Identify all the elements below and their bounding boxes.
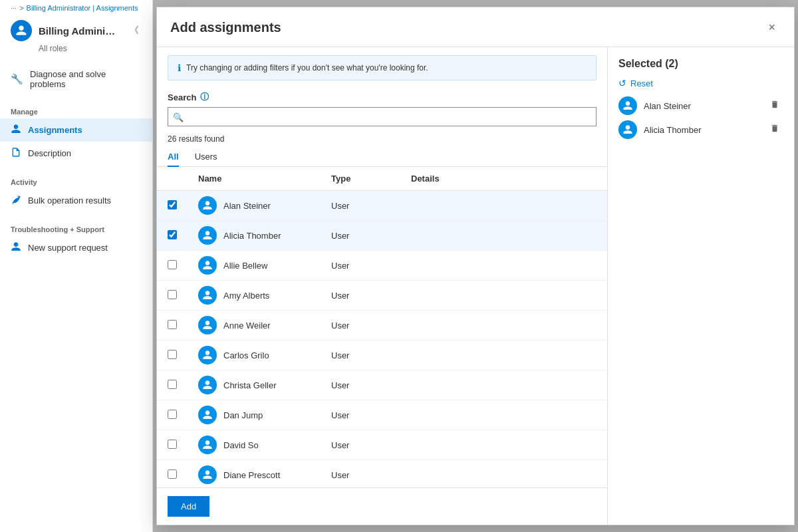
user-type: User — [331, 321, 349, 331]
breadcrumb-more[interactable]: ··· — [11, 4, 17, 12]
tab-users[interactable]: Users — [195, 146, 217, 167]
modal-left-panel: ℹ Try changing or adding filters if you … — [157, 47, 608, 525]
checkbox-cell — [157, 430, 188, 460]
name-cell: Christa Geller — [188, 370, 321, 400]
selected-user-name: Alicia Thomber — [644, 125, 759, 135]
table-row[interactable]: Christa Geller User — [157, 370, 607, 400]
name-cell: David So — [188, 430, 321, 460]
sidebar-item-bulk[interactable]: Bulk operation results — [0, 189, 152, 212]
support-icon — [11, 241, 21, 254]
table-row[interactable]: Amy Alberts User — [157, 281, 607, 311]
table-row[interactable]: Alicia Thomber User — [157, 221, 607, 251]
table-row[interactable]: Anne Weiler User — [157, 311, 607, 340]
checkbox-cell — [157, 340, 188, 370]
user-table: Name Type Details Alan Steiner — [157, 167, 607, 487]
user-type: User — [331, 410, 349, 420]
sidebar-item-label: Assignments — [28, 125, 82, 135]
troubleshooting-label: Troubleshooting + Support — [0, 223, 152, 236]
search-icon: 🔍 — [173, 112, 184, 122]
user-avatar — [198, 466, 217, 484]
user-name: Amy Alberts — [223, 291, 269, 301]
details-cell — [400, 251, 607, 281]
table-row[interactable]: Allie Bellew User — [157, 251, 607, 281]
modal-right-panel: Selected (2) ↺ Reset Alan Steiner Alicia — [608, 47, 794, 525]
th-name: Name — [188, 167, 321, 191]
sidebar-item-diagnose[interactable]: 🔧 Diagnose and solve problems — [0, 64, 152, 94]
details-cell — [400, 311, 607, 340]
modal-title: Add assignments — [170, 20, 281, 35]
th-checkbox — [157, 167, 188, 191]
checkbox-cell — [157, 191, 188, 221]
row-checkbox[interactable] — [168, 200, 177, 209]
activity-label: Activity — [0, 176, 152, 189]
selected-user-avatar — [618, 96, 637, 115]
table-row[interactable]: Diane Prescott User — [157, 460, 607, 488]
name-cell: Anne Weiler — [188, 311, 321, 340]
user-avatar — [198, 196, 217, 215]
name-cell: Allie Bellew — [188, 251, 321, 281]
search-info-icon[interactable]: ⓘ — [200, 91, 209, 103]
checkbox-cell — [157, 221, 188, 251]
type-cell: User — [321, 400, 400, 430]
user-icon — [11, 124, 21, 136]
row-checkbox[interactable] — [168, 380, 177, 389]
user-avatar — [198, 406, 217, 424]
user-type: User — [331, 470, 349, 480]
user-name: David So — [223, 440, 259, 450]
close-button[interactable]: × — [763, 18, 781, 37]
details-cell — [400, 400, 607, 430]
troubleshooting-section: Troubleshooting + Support New support re… — [0, 215, 152, 262]
row-checkbox[interactable] — [168, 290, 177, 299]
type-cell: User — [321, 221, 400, 251]
selected-list: Alan Steiner Alicia Thomber — [618, 96, 783, 139]
checkbox-cell — [157, 400, 188, 430]
type-cell: User — [321, 430, 400, 460]
row-checkbox[interactable] — [168, 230, 177, 239]
sidebar-item-label: Bulk operation results — [28, 196, 111, 205]
details-cell — [400, 430, 607, 460]
table-row[interactable]: David So User — [157, 430, 607, 460]
search-input[interactable] — [168, 107, 597, 126]
user-name: Carlos Grilo — [223, 350, 269, 360]
breadcrumb-link[interactable]: Billing Administrator | Assignments — [27, 4, 138, 12]
collapse-button[interactable]: 《 — [127, 22, 142, 39]
reset-button[interactable]: ↺ Reset — [618, 78, 653, 88]
details-cell — [400, 221, 607, 251]
table-row[interactable]: Alan Steiner User — [157, 191, 607, 221]
row-checkbox[interactable] — [168, 350, 177, 359]
row-checkbox[interactable] — [168, 469, 177, 479]
sidebar-item-assignments[interactable]: Assignments — [0, 118, 152, 142]
user-type: User — [331, 201, 349, 211]
user-name: Allie Bellew — [223, 261, 267, 271]
manage-section: Manage Assignments Description — [0, 97, 152, 168]
row-checkbox[interactable] — [168, 320, 177, 329]
activity-section: Activity Bulk operation results — [0, 168, 152, 215]
remove-selected-button[interactable] — [766, 98, 783, 113]
checkbox-cell — [157, 460, 188, 488]
row-checkbox[interactable] — [168, 410, 177, 419]
modal-body: ℹ Try changing or adding filters if you … — [157, 47, 794, 525]
remove-selected-button[interactable] — [766, 122, 783, 137]
user-avatar — [198, 376, 217, 394]
breadcrumb-separator: > — [19, 4, 23, 12]
user-type: User — [331, 350, 349, 360]
sidebar-item-support[interactable]: New support request — [0, 236, 152, 259]
th-details: Details — [400, 167, 607, 191]
selected-item: Alan Steiner — [618, 96, 783, 115]
sidebar-subtitle: All roles — [0, 44, 152, 59]
results-count: 26 results found — [157, 132, 607, 146]
user-type: User — [331, 231, 349, 241]
row-checkbox[interactable] — [168, 440, 177, 449]
table-row[interactable]: Carlos Grilo User — [157, 340, 607, 370]
selected-item: Alicia Thomber — [618, 120, 783, 139]
checkbox-cell — [157, 311, 188, 340]
type-cell: User — [321, 370, 400, 400]
tab-all[interactable]: All — [168, 146, 179, 167]
sidebar-item-description[interactable]: Description — [0, 142, 152, 165]
table-row[interactable]: Dan Jump User — [157, 400, 607, 430]
reset-label: Reset — [630, 78, 653, 88]
add-button[interactable]: Add — [168, 496, 209, 517]
row-checkbox[interactable] — [168, 260, 177, 269]
details-cell — [400, 340, 607, 370]
manage-label: Manage — [0, 105, 152, 118]
